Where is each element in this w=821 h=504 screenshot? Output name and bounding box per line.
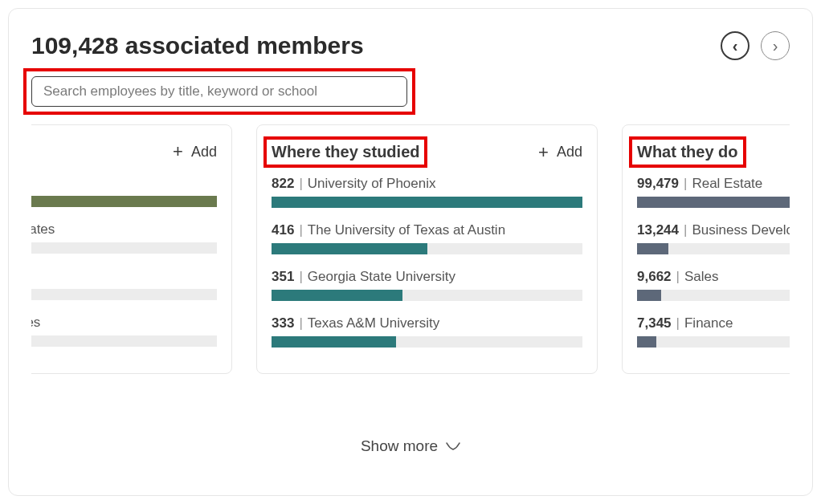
item-count: 13,244 [637,222,679,238]
show-more-button[interactable]: Show more [361,437,460,455]
add-label: Add [557,144,582,161]
item-label: Real Estate [692,176,762,192]
list-item[interactable]: 7,345 | Finance [637,315,790,348]
separator: | [676,315,680,331]
item-count: 7,345 [637,315,672,331]
add-button[interactable]: + Add [173,143,217,161]
list-item[interactable]: 351 | Georgia State University [272,269,582,301]
list-item[interactable]: 13,244 | Business Developm [637,222,790,254]
list-item[interactable]: s [31,175,217,207]
item-count: 99,479 [637,176,679,192]
item-count: 9,662 [637,269,672,285]
fade-overlay [31,381,790,429]
panel-what-they-do: What they do 99,479 | Real Estate [622,124,790,374]
item-label: Finance [684,315,733,331]
item-count: 416 [272,222,294,238]
carousel-nav: ‹ › [721,31,790,60]
search-input[interactable] [31,76,407,107]
separator: | [676,269,680,285]
page-title: 109,428 associated members [31,32,364,59]
item-label: ited States [31,222,55,238]
item-label: University of Phoenix [308,176,436,192]
panel-where-they-live: + Add s ited States States [31,124,232,374]
list-item[interactable]: 822 | University of Phoenix [272,176,582,208]
list-item[interactable]: States [31,268,217,300]
header-row: 109,428 associated members ‹ › [31,31,790,60]
list-item[interactable]: 416 | The University of Texas at Austin [272,222,582,254]
add-button[interactable]: + Add [538,144,582,161]
separator: | [299,222,302,238]
item-label: The University of Texas at Austin [308,222,505,238]
prev-button[interactable]: ‹ [721,31,750,60]
add-label: Add [191,144,217,161]
item-count: 822 [272,176,294,192]
next-button[interactable]: › [761,31,790,60]
plus-icon: + [173,143,183,161]
item-label: Sales [684,269,719,285]
plus-icon: + [538,144,549,161]
panels-row: + Add s ited States States [31,124,790,374]
chevron-down-icon [446,442,460,450]
item-label: d States [31,315,40,331]
separator: | [684,176,687,192]
list-item[interactable]: ited States [31,222,217,254]
separator: | [299,269,302,285]
panels-viewport: + Add s ited States States [31,124,790,429]
item-count: 333 [272,315,294,331]
separator: | [299,176,302,192]
chevron-left-icon: ‹ [733,38,738,54]
list-item[interactable]: 99,479 | Real Estate [637,176,790,208]
separator: | [299,315,302,331]
members-card: 109,428 associated members ‹ › [8,8,813,496]
search-wrap [31,76,407,107]
item-label: Texas A&M University [308,315,439,331]
list-item[interactable]: 9,662 | Sales [637,269,790,301]
item-label: Business Developm [692,222,790,238]
show-more-label: Show more [361,437,438,455]
item-count: 351 [272,269,294,285]
chevron-right-icon: › [773,38,778,54]
list-item[interactable]: d States [31,315,217,347]
panel-title: Where they studied [272,143,419,161]
list-item[interactable]: 333 | Texas A&M University [272,315,582,348]
item-label: Georgia State University [308,269,455,285]
separator: | [684,222,687,238]
panel-where-they-studied: Where they studied + Add 822 | Universit… [256,124,598,374]
panel-title: What they do [637,143,738,161]
